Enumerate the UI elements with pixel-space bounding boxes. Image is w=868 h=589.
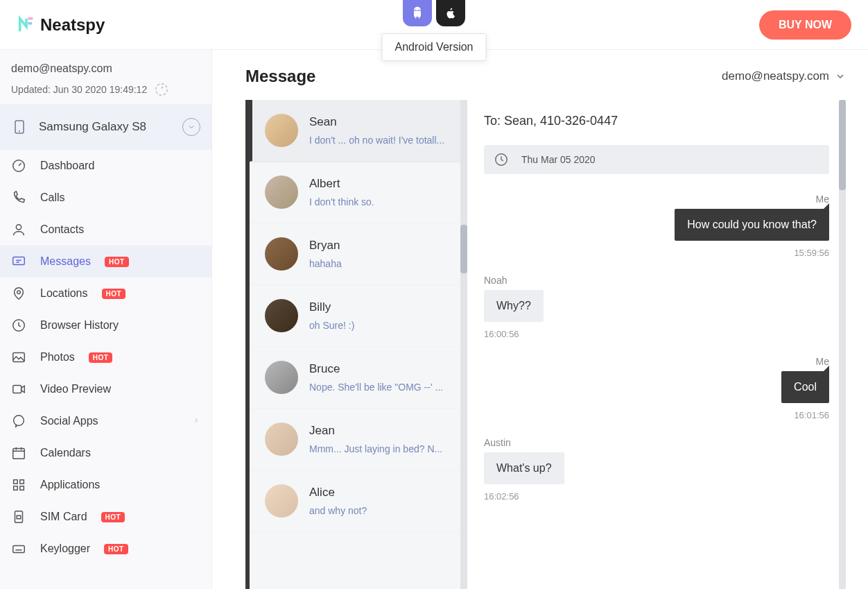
- nav-label: Dashboard: [40, 160, 94, 172]
- conversation-item[interactable]: SeanI don't ... oh no wait! I've totall.…: [250, 100, 467, 162]
- platform-tabs: [403, 0, 465, 26]
- platform-tooltip: Android Version: [382, 33, 487, 61]
- conversation-name: Sean: [309, 115, 452, 129]
- conversation-text: Billyoh Sure! :): [309, 300, 452, 331]
- chat-icon: [11, 413, 26, 429]
- conversation-preview: Mmm... Just laying in bed? N...: [309, 443, 452, 454]
- nav-item-sim-card[interactable]: SIM CardHOT: [0, 501, 211, 533]
- avatar: [265, 114, 298, 147]
- conversation-preview: oh Sure! :): [309, 320, 452, 331]
- nav-item-applications[interactable]: Applications: [0, 469, 211, 501]
- ios-tab[interactable]: [436, 0, 465, 26]
- conversation-preview: Nope. She'll be like "OMG --' ...: [309, 382, 452, 393]
- avatar: [265, 361, 298, 394]
- updated-text: Updated: Jun 30 2020 19:49:12: [11, 84, 147, 95]
- account-email: demo@neatspy.com: [11, 62, 200, 75]
- conversation-item[interactable]: Billyoh Sure! :): [250, 285, 467, 347]
- nav-item-photos[interactable]: PhotosHOT: [0, 341, 211, 373]
- nav-item-browser-history[interactable]: Browser History: [0, 309, 211, 341]
- conversation-name: Alice: [309, 486, 452, 500]
- nav-item-dashboard[interactable]: Dashboard: [0, 150, 211, 182]
- conversation-preview: and why not?: [309, 505, 452, 516]
- nav-item-messages[interactable]: MessagesHOT: [0, 246, 211, 278]
- conversation-name: Albert: [309, 177, 452, 191]
- nav-label: Messages: [40, 255, 91, 268]
- logo[interactable]: Neatspy: [17, 15, 105, 35]
- message-block: NoahWhy??16:00:56: [484, 275, 544, 352]
- nav-label: Calendars: [40, 447, 91, 459]
- conversation-preview: I don't think so.: [309, 196, 452, 207]
- conversation-text: BruceNope. She'll be like "OMG --' ...: [309, 362, 452, 393]
- message-bubble: How could you know that?: [675, 209, 829, 241]
- phone-icon: [11, 119, 28, 135]
- message-sender: Noah: [484, 275, 507, 286]
- panels: SeanI don't ... oh no wait! I've totall.…: [245, 100, 846, 589]
- svg-rect-11: [13, 449, 25, 459]
- nav-item-locations[interactable]: LocationsHOT: [0, 278, 211, 309]
- nav-item-calls[interactable]: Calls: [0, 182, 211, 214]
- content: Message demo@neatspy.com SeanI don't ...…: [212, 50, 868, 589]
- nav-item-calendars[interactable]: Calendars: [0, 437, 211, 469]
- conversation-text: JeanMmm... Just laying in bed? N...: [309, 424, 452, 454]
- avatar: [265, 237, 298, 271]
- message-block: MeHow could you know that?15:59:56: [675, 194, 829, 271]
- conversation-text: Aliceand why not?: [309, 486, 452, 516]
- android-tab[interactable]: [403, 0, 432, 26]
- msg-scrollbar[interactable]: [839, 100, 846, 589]
- device-selector[interactable]: Samsung Galaxy S8: [0, 104, 211, 150]
- brand-name: Neatspy: [40, 15, 105, 35]
- date-divider: Thu Mar 05 2020: [484, 145, 829, 174]
- svg-rect-9: [13, 386, 21, 393]
- gauge-icon: [11, 158, 26, 173]
- conv-scrollbar[interactable]: [460, 100, 467, 589]
- updated-row: Updated: Jun 30 2020 19:49:12: [11, 82, 200, 97]
- sim-icon: [11, 509, 26, 524]
- svg-rect-5: [13, 257, 25, 265]
- message-time: 15:59:56: [794, 248, 829, 258]
- hot-badge: HOT: [101, 512, 125, 522]
- conversation-item[interactable]: BruceNope. She'll be like "OMG --' ...: [250, 347, 467, 409]
- image-icon: [11, 350, 26, 365]
- avatar: [265, 422, 298, 456]
- clock-icon: [494, 152, 509, 167]
- account-block: demo@neatspy.com Updated: Jun 30 2020 19…: [0, 50, 211, 104]
- message-bubble: Why??: [484, 290, 544, 322]
- date-text: Thu Mar 05 2020: [521, 154, 596, 165]
- message-panel: To: Sean, 410-326-0447 Thu Mar 05 2020 M…: [467, 100, 846, 589]
- phone-icon: [11, 190, 26, 205]
- nav-item-contacts[interactable]: Contacts: [0, 214, 211, 246]
- message-sender: Austin: [484, 437, 511, 448]
- message-to: To: Sean, 410-326-0447: [484, 114, 829, 128]
- header-account-dropdown[interactable]: demo@neatspy.com: [722, 69, 846, 83]
- device-name: Samsung Galaxy S8: [39, 120, 146, 134]
- conversation-name: Jean: [309, 424, 452, 438]
- conversation-preview: I don't ... oh no wait! I've totall...: [309, 135, 452, 146]
- conversation-item[interactable]: AlbertI don't think so.: [250, 162, 467, 223]
- hot-badge: HOT: [102, 289, 126, 299]
- svg-rect-15: [20, 486, 24, 490]
- svg-point-6: [17, 291, 21, 294]
- nav-item-video-preview[interactable]: Video Preview: [0, 373, 211, 405]
- nav-item-social-apps[interactable]: Social Apps: [0, 405, 211, 437]
- nav-label: Browser History: [40, 319, 119, 332]
- buy-now-button[interactable]: BUY NOW: [759, 10, 851, 40]
- svg-point-2: [19, 130, 20, 132]
- hot-badge: HOT: [89, 352, 113, 363]
- svg-rect-16: [15, 511, 23, 523]
- avatar: [265, 176, 298, 209]
- conversation-item[interactable]: JeanMmm... Just laying in bed? N...: [250, 409, 467, 470]
- conversation-text: Bryanhahaha: [309, 239, 452, 269]
- svg-rect-14: [14, 486, 18, 490]
- calendar-icon: [11, 445, 26, 461]
- conversation-item[interactable]: Bryanhahaha: [250, 223, 467, 285]
- chevron-down-icon: [835, 71, 846, 82]
- nav-item-keylogger[interactable]: KeyloggerHOT: [0, 533, 211, 565]
- nav-label: Calls: [40, 191, 65, 204]
- page-title: Message: [245, 67, 315, 86]
- conversation-name: Bryan: [309, 239, 452, 253]
- avatar: [265, 299, 298, 332]
- conversation-item[interactable]: Aliceand why not?: [250, 470, 467, 532]
- svg-point-0: [156, 84, 168, 96]
- message-bubble: What's up?: [484, 452, 564, 484]
- refresh-icon[interactable]: [154, 82, 169, 97]
